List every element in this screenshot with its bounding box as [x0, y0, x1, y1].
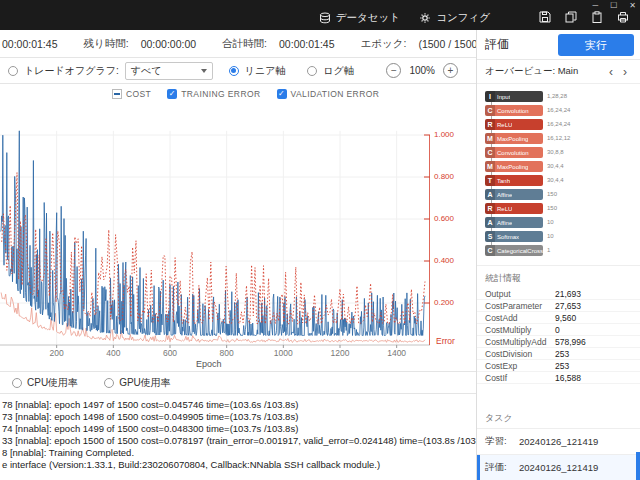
layer-shape: 1,28,28 — [547, 91, 567, 102]
task-label: 学習: — [485, 435, 519, 448]
layer-name: Convolution — [495, 108, 529, 114]
config-button-label: コンフィグ — [436, 11, 490, 25]
stat-row: CostMultiplyAdd578,996 — [477, 336, 640, 348]
log-line: e interface (Version:1.33.1, Build:23020… — [2, 459, 470, 471]
network-layer-node[interactable]: SSoftmax10 — [485, 231, 640, 245]
right-tick-label: 0.800 — [434, 172, 454, 181]
layer-name: Convolution — [495, 150, 529, 156]
stat-row: CostParameter27,653 — [477, 300, 640, 312]
printer-icon[interactable] — [614, 9, 632, 25]
save-icon[interactable] — [536, 9, 554, 25]
training-log: 78 [nnabla]: epoch 1497 of 1500 cost=0.0… — [0, 394, 476, 471]
legend-training-label: TRAINING ERROR — [181, 89, 260, 99]
stat-row: CostMultiply0 — [477, 324, 640, 336]
dataset-icon — [319, 12, 331, 24]
learning-curve-chart: COST TRAINING ERROR VALIDATION ERROR 200… — [0, 84, 476, 372]
cpu-usage-option[interactable]: CPU使用率 — [12, 376, 78, 390]
log-line: 33 [nnabla]: epoch 1500 of 1500 cost=0.0… — [2, 435, 470, 447]
network-layer-node[interactable]: CCategoricalCrossEntropy1 — [485, 245, 640, 259]
layer-name: Affine — [495, 192, 512, 198]
layer-letter: A — [485, 217, 495, 228]
chart-legend: COST TRAINING ERROR VALIDATION ERROR — [112, 89, 379, 99]
network-layer-node[interactable]: RReLU16,24,24 — [485, 119, 640, 133]
title-bar: ─ ☐ ✕ データセット コンフィグ — [0, 0, 640, 30]
total-time-value: 00:00:01:45 — [279, 38, 334, 50]
layer-block: CCategoricalCrossEntropy — [485, 245, 543, 256]
zoom-out-icon[interactable] — [386, 63, 401, 78]
stat-name: CostMultiply — [485, 325, 555, 335]
config-button[interactable]: コンフィグ — [419, 9, 490, 27]
evaluation-header: 評価 実行 — [477, 30, 640, 60]
stat-name: CostExp — [485, 361, 555, 371]
stat-value: 253 — [555, 361, 569, 371]
stat-value: 27,653 — [555, 301, 581, 311]
layer-letter: R — [485, 203, 495, 214]
layer-shape: 30,8,8 — [547, 147, 564, 158]
task-title: タスク — [477, 406, 640, 428]
task-label: 評価: — [485, 461, 519, 474]
remaining-time-value: 00:00:00:00 — [141, 38, 196, 50]
network-layer-node[interactable]: CConvolution30,8,8 — [485, 147, 640, 161]
legend-validation-error[interactable]: VALIDATION ERROR — [277, 89, 380, 99]
tradeoff-graph-radio[interactable] — [8, 66, 18, 76]
stat-name: CostParameter — [485, 301, 555, 311]
linear-axis-radio[interactable] — [229, 66, 239, 76]
chevron-left-icon[interactable] — [604, 65, 618, 79]
right-tick-label: 1.000 — [434, 130, 454, 139]
log-axis-radio[interactable] — [307, 66, 317, 76]
layer-block: MMaxPooling — [485, 133, 543, 144]
stat-row: Output21,693 — [477, 288, 640, 300]
layer-block: SSoftmax — [485, 231, 543, 242]
network-layer-node[interactable]: TTanh30,4,4 — [485, 175, 640, 189]
x-tick-label: 800 — [212, 348, 242, 358]
layer-letter: C — [485, 147, 495, 158]
network-layer-node[interactable]: AAffine150 — [485, 189, 640, 203]
task-row[interactable]: 学習:20240126_121419 — [477, 428, 640, 454]
dataset-button[interactable]: データセット — [319, 9, 400, 27]
training-error-checkbox[interactable] — [167, 89, 177, 99]
legend-training-error[interactable]: TRAINING ERROR — [167, 89, 260, 99]
layer-block: RReLU — [485, 203, 543, 214]
layer-shape: 30,4,4 — [547, 175, 564, 186]
network-layer-node[interactable]: CConvolution16,24,24 — [485, 105, 640, 119]
layer-block: IInput — [485, 91, 543, 102]
right-tick-label: 0.200 — [434, 298, 454, 307]
stat-value: 578,996 — [555, 337, 586, 347]
network-layer-node[interactable]: RReLU150 — [485, 203, 640, 217]
tradeoff-filter-select[interactable]: すべて — [125, 62, 213, 80]
layer-block: CConvolution — [485, 147, 543, 158]
task-row[interactable]: 評価:20240126_121419 — [477, 454, 640, 480]
run-button[interactable]: 実行 — [558, 34, 634, 56]
gpu-usage-radio[interactable] — [104, 378, 114, 388]
right-axis-label: Error — [436, 336, 455, 346]
network-layer-node[interactable]: AAffine10 — [485, 217, 640, 231]
layer-block: TTanh — [485, 175, 543, 186]
gpu-usage-option[interactable]: GPU使用率 — [104, 376, 171, 390]
layer-shape: 150 — [547, 189, 557, 200]
layer-shape: 16,24,24 — [547, 119, 570, 130]
chevron-right-icon[interactable] — [618, 65, 632, 79]
statistics-table: Output21,693CostParameter27,653CostAdd9,… — [477, 288, 640, 384]
layer-shape: 1 — [547, 245, 550, 256]
layer-letter: S — [485, 231, 495, 242]
network-layer-node[interactable]: MMaxPooling16,12,12 — [485, 133, 640, 147]
cpu-usage-radio[interactable] — [12, 378, 22, 388]
x-tick-label: 400 — [98, 348, 128, 358]
layer-shape: 16,12,12 — [547, 133, 570, 144]
zoom-in-icon[interactable] — [443, 63, 458, 78]
network-layer-node[interactable]: IInput1,28,28 — [485, 91, 640, 105]
stat-value: 0 — [555, 325, 560, 335]
zoom-level-value: 100% — [409, 65, 435, 76]
legend-cost[interactable]: COST — [112, 89, 151, 99]
scrollbar-thumb[interactable] — [636, 452, 640, 480]
clipboard-icon[interactable] — [588, 9, 606, 25]
tradeoff-filter-value: すべて — [131, 64, 162, 78]
legend-cost-label: COST — [126, 89, 151, 99]
validation-error-checkbox[interactable] — [277, 89, 287, 99]
stat-value: 9,560 — [555, 313, 576, 323]
copy-icon[interactable] — [562, 9, 580, 25]
network-overview-canvas[interactable]: IInput1,28,28CConvolution16,24,24RReLU16… — [477, 84, 640, 266]
layer-shape: 10 — [547, 217, 554, 228]
layer-block: AAffine — [485, 189, 543, 200]
network-layer-node[interactable]: MMaxPooling30,4,4 — [485, 161, 640, 175]
